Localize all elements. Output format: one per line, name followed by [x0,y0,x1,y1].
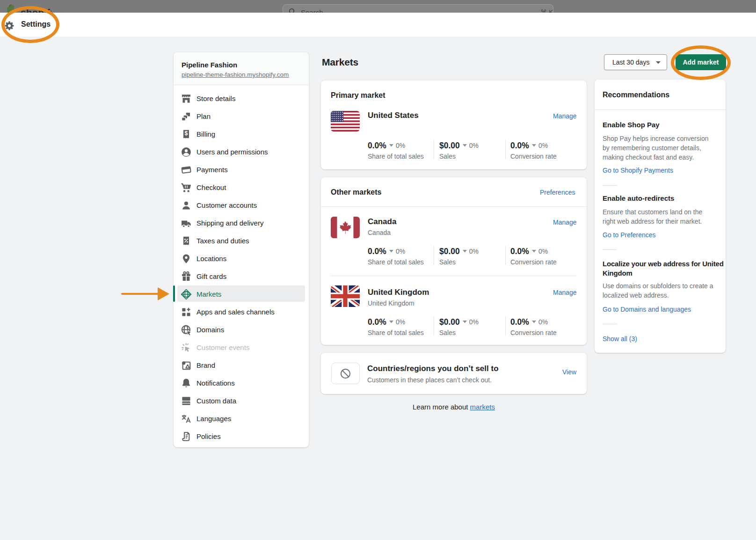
svg-text:$: $ [185,130,188,137]
